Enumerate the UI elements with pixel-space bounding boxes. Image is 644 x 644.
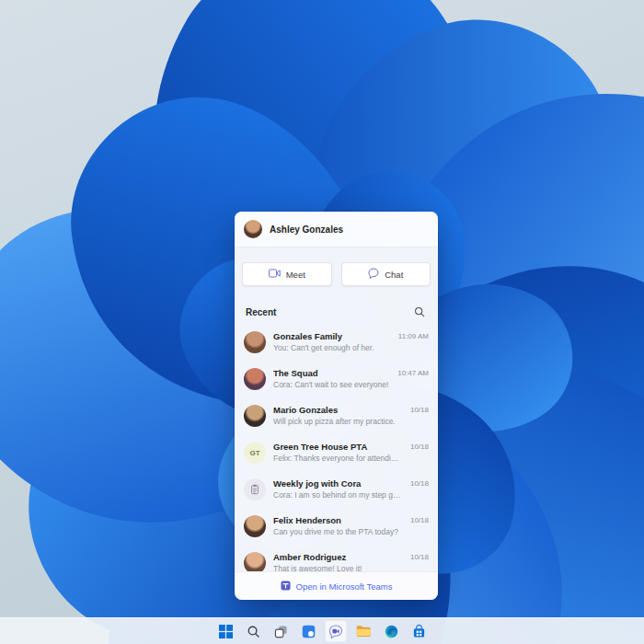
taskbar-file-explorer-button[interactable] xyxy=(352,620,374,642)
conversation-avatar xyxy=(244,331,266,353)
conversation-item[interactable]: Mario Gonzales Will pick up pizza after … xyxy=(236,398,436,435)
conversation-text: Mario Gonzales Will pick up pizza after … xyxy=(273,405,403,426)
conversation-preview: Can you drive me to the PTA today? xyxy=(273,527,403,536)
chat-button[interactable]: Chat xyxy=(341,262,431,286)
taskbar-start-button[interactable] xyxy=(214,620,236,642)
conversation-item[interactable]: Gonzales Family You: Can't get enough of… xyxy=(236,325,436,362)
conversation-item[interactable]: Amber Rodriguez That is awesome! Love it… xyxy=(236,546,436,571)
conversation-avatar xyxy=(244,405,266,427)
camera-icon xyxy=(269,269,281,280)
teams-logo-icon xyxy=(281,581,291,592)
taskbar-edge-button[interactable] xyxy=(380,620,402,642)
open-in-teams-label: Open in Microsoft Teams xyxy=(296,581,393,592)
conversation-preview: Will pick up pizza after my practice. xyxy=(273,417,403,426)
conversation-time: 10:47 AM xyxy=(397,369,429,377)
conversation-text: Felix Henderson Can you drive me to the … xyxy=(273,515,403,536)
conversation-preview: Cora: Can't wait to see everyone! xyxy=(273,380,390,389)
flyout-header: Ashley Gonzales xyxy=(235,212,438,247)
conversation-name: Mario Gonzales xyxy=(273,405,403,415)
conversation-text: Gonzales Family You: Can't get enough of… xyxy=(273,331,391,352)
conversation-preview: Cora: I am so behind on my step goals. xyxy=(273,490,403,500)
conversation-avatar xyxy=(244,368,266,390)
taskbar-icons xyxy=(214,620,430,642)
chat-button-label: Chat xyxy=(385,270,403,280)
conversation-name: Weekly jog with Cora xyxy=(273,478,403,489)
conversation-avatar xyxy=(244,552,266,571)
conversation-name: Gonzales Family xyxy=(273,331,391,341)
meet-button[interactable]: Meet xyxy=(242,262,332,286)
conversation-name: The Squad xyxy=(273,368,390,378)
taskbar xyxy=(0,617,644,644)
conversation-avatar: GT xyxy=(244,442,266,464)
meet-button-label: Meet xyxy=(286,270,305,280)
conversation-name: Felix Henderson xyxy=(273,515,403,525)
conversation-time: 10/18 xyxy=(410,516,429,524)
conversation-preview: Felix: Thanks everyone for attending tod… xyxy=(273,454,403,463)
taskbar-search-button[interactable] xyxy=(242,620,264,642)
conversation-text: Green Tree House PTA Felix: Thanks every… xyxy=(273,442,403,463)
conversation-avatar xyxy=(244,515,266,537)
conversation-text: Weekly jog with Cora Cora: I am so behin… xyxy=(273,478,403,500)
conversation-preview: That is awesome! Love it! xyxy=(273,564,403,571)
taskbar-store-button[interactable] xyxy=(408,620,430,642)
search-icon[interactable] xyxy=(412,305,427,319)
recent-label: Recent xyxy=(246,307,276,317)
taskbar-chat-button[interactable] xyxy=(325,620,347,642)
conversation-text: The Squad Cora: Can't wait to see everyo… xyxy=(273,368,390,389)
conversation-time: 10/18 xyxy=(410,406,429,414)
conversation-avatar xyxy=(244,478,266,500)
conversation-item[interactable]: The Squad Cora: Can't wait to see everyo… xyxy=(236,362,436,398)
open-in-teams-link[interactable]: Open in Microsoft Teams xyxy=(235,571,438,600)
user-avatar[interactable] xyxy=(244,220,262,238)
taskbar-task-view-button[interactable] xyxy=(270,620,292,642)
conversation-preview: You: Can't get enough of her. xyxy=(273,343,391,352)
conversation-time: 10/18 xyxy=(410,443,429,451)
user-name: Ashley Gonzales xyxy=(270,224,343,235)
conversation-time: 10/18 xyxy=(410,479,429,488)
action-buttons: Meet Chat xyxy=(235,247,438,297)
conversation-list: Gonzales Family You: Can't get enough of… xyxy=(235,323,438,571)
teams-chat-flyout: Ashley Gonzales Meet Chat Recent Gonzale… xyxy=(235,212,438,600)
chat-bubble-icon xyxy=(368,268,379,281)
conversation-time: 11:09 AM xyxy=(398,332,429,340)
conversation-name: Amber Rodriguez xyxy=(273,552,403,562)
conversation-item[interactable]: Felix Henderson Can you drive me to the … xyxy=(236,509,436,546)
conversation-item[interactable]: GT Green Tree House PTA Felix: Thanks ev… xyxy=(236,435,436,472)
conversation-time: 10/18 xyxy=(410,553,429,561)
conversation-name: Green Tree House PTA xyxy=(273,442,403,452)
recent-header: Recent xyxy=(235,297,438,323)
conversation-item[interactable]: Weekly jog with Cora Cora: I am so behin… xyxy=(236,472,436,509)
taskbar-widgets-button[interactable] xyxy=(297,620,319,642)
conversation-text: Amber Rodriguez That is awesome! Love it… xyxy=(273,552,403,571)
